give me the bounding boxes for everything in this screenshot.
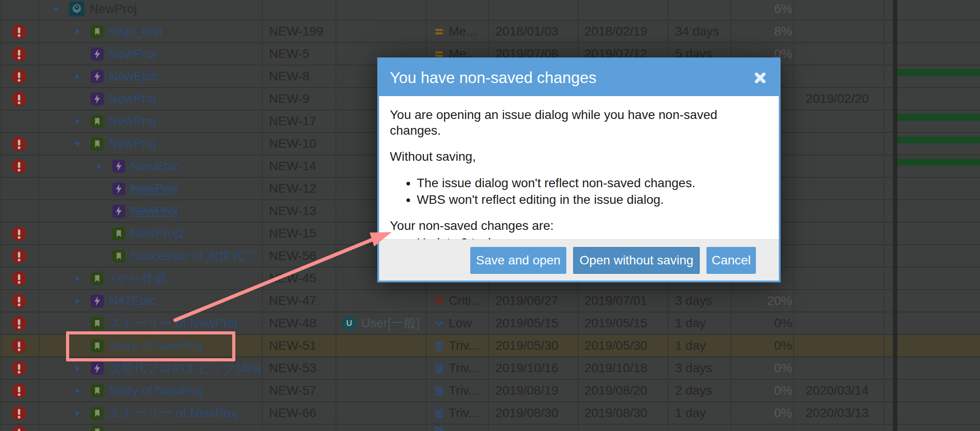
expander-slot[interactable] xyxy=(74,140,91,148)
issue-key-cell: NEW-13 xyxy=(262,200,342,222)
priority-cell: Triv... xyxy=(426,380,495,401)
issue-summary-link[interactable]: Story of NewProj xyxy=(109,383,203,398)
issue-summary-link[interactable]: ストーリー of NewProj xyxy=(109,315,238,332)
priority-trivial-icon xyxy=(434,386,444,396)
chevron-right-expander-icon xyxy=(74,365,81,372)
epic-type-icon xyxy=(112,205,125,218)
priority-cell: Triv... xyxy=(426,357,495,379)
table-gantt-splitter[interactable] xyxy=(893,0,897,431)
expander-slot[interactable] xyxy=(74,73,91,80)
issue-key-cell: NEW-66 xyxy=(262,402,342,424)
issue-summary-link[interactable]: 次世代プロのエピック(Jira... xyxy=(109,360,262,377)
issue-summary-link[interactable]: NewProj xyxy=(109,136,156,151)
expander-slot[interactable] xyxy=(74,275,91,282)
issue-summary-link[interactable]: ストーリー of NewProj xyxy=(109,405,238,422)
column-divider xyxy=(884,0,885,431)
issue-tree-cell: NewProj xyxy=(39,200,262,222)
expander-slot[interactable] xyxy=(74,118,91,125)
priority-label: Me... xyxy=(449,24,477,39)
close-icon[interactable] xyxy=(751,59,769,96)
priority-label: Criti... xyxy=(449,294,481,308)
issue-summary-link[interactable]: NewProj xyxy=(130,204,178,218)
open-without-saving-button[interactable]: Open without saving xyxy=(573,247,700,274)
error-flag-cell xyxy=(0,380,38,401)
issue-summary-link[interactable]: Successor of 次世代プ... xyxy=(130,247,262,264)
table-row[interactable]: N47EpicNEW-47Criti...2019/06/272019/07/0… xyxy=(0,290,980,312)
table-row[interactable]: Story of NewProjNEW-57Triv...2019/08/192… xyxy=(0,380,980,402)
story-type-icon xyxy=(91,317,104,330)
error-flag-cell xyxy=(0,43,38,65)
end-date: 2019/07/01 xyxy=(578,290,673,312)
priority-label: Low xyxy=(449,316,472,330)
priority-cell: Triv... xyxy=(426,335,495,356)
error-flag-icon xyxy=(12,316,26,331)
expander-slot[interactable] xyxy=(74,28,91,35)
issue-summary-link[interactable]: N47Epic xyxy=(109,294,156,308)
issue-summary-link[interactable]: NewProj xyxy=(109,47,156,61)
expander-slot[interactable] xyxy=(95,163,112,170)
column-divider xyxy=(793,0,794,431)
project-avatar xyxy=(69,1,84,17)
error-flag-cell xyxy=(0,425,38,431)
baseline-date-cell: 2020/03/13 xyxy=(793,402,896,424)
issue-summary-link[interactable]: NewProj xyxy=(109,114,156,128)
dialog-bullet-list: The issue dialog won't reflect non-saved… xyxy=(390,175,766,208)
issue-summary-link[interactable]: NewEpic xyxy=(130,159,180,173)
issue-summary-link[interactable]: mspi_test xyxy=(109,24,163,39)
table-row[interactable]: NewProj6% xyxy=(0,0,980,21)
save-and-open-button[interactable]: Save and open xyxy=(470,247,566,274)
issue-summary-link[interactable]: NewProj xyxy=(109,92,156,106)
gantt-bar[interactable] xyxy=(896,136,980,143)
priority-trivial-icon xyxy=(434,426,444,431)
issue-summary-link[interactable]: NewEpic xyxy=(109,69,158,84)
error-flag-cell xyxy=(0,245,38,267)
chevron-down-expander-icon xyxy=(52,5,60,13)
issue-key: NEW-8 xyxy=(269,69,309,84)
table-row[interactable]: ストーリー of NewProjNEW-66Triv...2019/08/302… xyxy=(0,402,980,425)
story-type-icon xyxy=(91,426,104,431)
expander-slot[interactable] xyxy=(74,409,91,417)
error-flag-icon xyxy=(12,136,26,151)
dialog-bullet-item: Update 3 tasks. xyxy=(417,234,766,239)
issue-type-icon xyxy=(112,160,125,173)
priority-cell: Triv... xyxy=(426,402,495,424)
issue-key: NEW-47 xyxy=(269,294,316,308)
error-flag-cell xyxy=(0,155,38,177)
table-row[interactable]: mspi_testNEW-199Me...2018/01/032018/02/1… xyxy=(0,21,980,43)
expander-slot[interactable] xyxy=(74,297,91,305)
table-row[interactable] xyxy=(0,425,980,431)
expander-slot[interactable] xyxy=(52,5,69,13)
duration-cell: 1 day xyxy=(667,335,737,356)
issue-tree-cell: NewProj2 xyxy=(39,223,262,244)
issue-key: NEW-48 xyxy=(269,316,316,330)
issue-type-icon xyxy=(91,426,104,431)
issue-type-icon xyxy=(112,227,125,240)
chevron-right-expander-icon xyxy=(74,409,81,417)
progress-percent-cell: 0% xyxy=(731,335,815,356)
issue-key: NEW-15 xyxy=(269,226,316,241)
expander-slot[interactable] xyxy=(74,365,91,372)
issue-key: NEW-199 xyxy=(269,24,323,39)
error-flag-icon xyxy=(12,426,26,431)
start-date: 2018/01/03 xyxy=(488,21,584,42)
duration-cell: 3 days xyxy=(667,290,737,312)
error-flag-icon xyxy=(12,92,26,106)
issue-summary-link[interactable]: NewProj xyxy=(130,181,178,196)
dialog-text-line: You are opening an issue dialog while yo… xyxy=(390,107,766,138)
error-flag-icon xyxy=(12,24,26,39)
gantt-bar[interactable] xyxy=(896,159,980,166)
error-flag-cell xyxy=(0,88,38,110)
issue-summary-link[interactable]: +から作成 xyxy=(109,270,167,287)
gantt-bar[interactable] xyxy=(896,114,980,121)
gantt-bar[interactable] xyxy=(896,69,980,76)
cancel-button[interactable]: Cancel xyxy=(706,247,756,274)
chevron-right-expander-icon xyxy=(74,28,81,35)
priority-cell: Criti... xyxy=(426,290,495,312)
issue-type-icon xyxy=(112,250,125,263)
issue-tree-cell: NewProj xyxy=(39,110,262,132)
issue-summary-link[interactable]: NewProj2 xyxy=(130,226,185,241)
expander-slot[interactable] xyxy=(74,387,91,395)
error-flag-cell xyxy=(0,21,38,42)
epic-type-icon xyxy=(112,160,125,173)
start-date: 2019/08/19 xyxy=(488,380,584,401)
